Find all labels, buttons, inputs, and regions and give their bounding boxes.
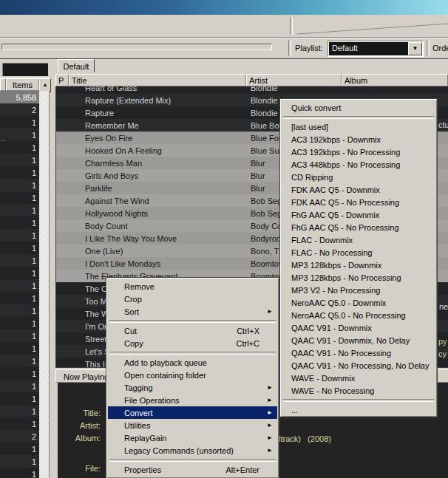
menu-item-qaac-v91-no-processing-no-delay[interactable]: QAAC V91 - No Processing, No Delay [282,359,435,372]
library-row[interactable]: 1 [0,191,39,204]
menu-item-utilities[interactable]: Utilities► [108,419,277,431]
menu-item-qaac-v91-downmix-no-delay[interactable]: QAAC V91 - Downmix, No Delay [282,334,435,346]
volume-slider-line[interactable] [0,15,448,36]
library-row[interactable]: 1 [0,417,39,430]
menu-item-convert[interactable]: Convert► [108,406,277,419]
playlist-column-header-artist[interactable]: Artist [246,74,342,86]
menu-item-label: Utilities [124,421,150,430]
library-row[interactable]: 1 [0,267,39,279]
library-row[interactable]: 1 [0,229,39,242]
library-row[interactable]: 1 [0,355,39,367]
seekbar[interactable] [1,44,272,50]
menu-item-neroaac-q5-0-no-processing[interactable]: NeroAAC Q5.0 - No Processing [282,309,435,321]
menu-item-label: [last used] [291,123,328,132]
library-row[interactable]: 1 [0,392,39,405]
library-items-column-header[interactable]: Items [6,78,39,91]
menu-item-fhg-aac-q5-downmix[interactable]: FhG AAC Q5 - Downmix [282,208,435,221]
window-titlebar[interactable] [0,0,448,15]
menu-item-cd-ripping[interactable]: CD Ripping [282,171,435,183]
submenu-arrow-icon: ► [267,434,273,441]
menu-item-sort[interactable]: Sort► [108,305,277,318]
menu-item-qaac-v91-no-processing[interactable]: QAAC V91 - No Processing [282,346,435,359]
context-menu: RemoveCropSort►CutCtrl+XCopyCtrl+CAdd to… [106,277,279,478]
menu-item-label: Cut [124,327,137,335]
menu-item-wave-downmix[interactable]: WAVE - Downmix [282,372,435,384]
menu-item-add-to-playback-queue[interactable]: Add to playback queue [108,356,277,369]
menu-item-mp3-128kbps-no-processing[interactable]: MP3 128kbps - No Processing [282,271,435,284]
library-row[interactable]: 1 [0,242,39,254]
menu-item-mp3-v2-no-processing[interactable]: MP3 V2 - No Processing [282,284,435,296]
menu-item-ac3-448kbps-no-processing[interactable]: AC3 448kbps - No Processing [282,158,435,171]
menu-item-qaac-v91-downmix[interactable]: QAAC V91 - Downmix [282,321,435,334]
library-row[interactable]: 1 [0,443,39,455]
playlist-track-row[interactable]: Heart of GlassBlondie [56,86,448,94]
menu-item-crop[interactable]: Crop [108,293,277,305]
menu-item-copy[interactable]: CopyCtrl+C [108,337,277,349]
library-row[interactable]: 1 [0,304,39,317]
library-row[interactable]: 1 [0,292,39,304]
library-name-column-header[interactable] [0,78,6,91]
track-p-cell [56,345,69,358]
playlist-column-header-p[interactable]: P [55,74,69,86]
library-row[interactable]: 1 [0,279,39,292]
menu-item-replaygain[interactable]: ReplayGain► [108,431,277,444]
chevron-down-icon[interactable]: ▼ [408,42,422,55]
library-row[interactable]: 1 [0,317,39,330]
playlist-combobox-value[interactable]: Default [329,42,410,55]
library-filter-box[interactable] [0,61,50,78]
playlist-combobox[interactable]: Default ▼ [327,41,424,57]
menu-item-last-used[interactable]: [last used] [282,120,435,133]
menu-item-ac3-192kbps-no-processing[interactable]: AC3 192kbps - No Processing [282,146,435,158]
playlist-column-header-title[interactable]: Title [69,74,246,86]
menu-item-label: AC3 192kbps - No Processing [291,148,400,157]
library-row[interactable]: 1 [0,342,39,355]
library-scrollbar[interactable] [39,91,50,478]
menu-item-remove[interactable]: Remove [108,280,277,293]
menu-item-cut[interactable]: CutCtrl+X [108,324,277,337]
library-row[interactable]: 1 [0,216,39,229]
menu-item-properties[interactable]: PropertiesAlt+Enter [108,463,277,476]
menu-item-tagging[interactable]: Tagging► [108,381,277,394]
library-row[interactable]: 1 [0,254,39,267]
menu-item-flac-no-processing[interactable]: FLAC - No Processing [282,246,435,259]
library-row[interactable]: 1 [0,154,39,166]
library-row[interactable]: 1 [0,166,39,179]
menu-item-legacy-commands-unsorted[interactable]: Legacy Commands (unsorted)► [108,444,277,457]
menu-item-file-operations[interactable]: File Operations► [108,394,277,406]
menu-item-wave-no-processing[interactable]: WAVE - No Processing [282,384,435,397]
library-filter-input[interactable] [2,63,48,76]
library-row[interactable]: 1 [0,380,39,392]
track-p-cell [56,106,69,119]
library-row[interactable]: 1 [0,116,39,129]
library-row[interactable]: 1 [0,330,39,342]
menu-item-mp3-128kbps-downmix[interactable]: MP3 128kbps - Downmix [282,259,435,271]
library-row[interactable]: 1 [0,367,39,380]
menu-item-quick-convert[interactable]: Quick convert [282,101,435,114]
menu-item-flac-downmix[interactable]: FLAC - Downmix [282,233,435,246]
menu-item-fdk-aac-q5-no-processing[interactable]: FDK AAC Q5 - No Processing [282,196,435,208]
playlist-column-header-album[interactable]: Album [342,74,448,86]
library-row[interactable]: 1 [0,468,39,478]
library-row[interactable]: 1 [0,141,39,154]
menu-item-fdk-aac-q5-downmix[interactable]: FDK AAC Q5 - Downmix [282,183,435,196]
library-row[interactable]: 1 [0,405,39,417]
menu-item-ac3-192kbps-downmix[interactable]: AC3 192kbps - Downmix [282,133,435,146]
library-row[interactable]: 2 [0,430,39,443]
library-row[interactable]: 1 [0,179,39,191]
library-row[interactable]: 1 [0,204,39,216]
menu-item-fhg-aac-q5-no-processing[interactable]: FhG AAC Q5 - No Processing [282,221,435,233]
toolbar-band-separator [427,40,430,56]
menu-item-label: Sort [124,307,139,316]
app-window: Playlist: Default ▼ Order Items ▲ 5,8582… [0,0,448,478]
track-p-cell [56,219,69,232]
library-row[interactable]: 1 [0,455,39,468]
tab-default-playlist[interactable]: Default [58,59,95,72]
library-row[interactable]: 5,858 [0,91,39,103]
library-row[interactable]: 2 [0,103,39,116]
menu-item-neroaac-q5-0-downmix[interactable]: NeroAAC Q5.0 - Downmix [282,296,435,309]
library-row[interactable]: 1 [0,129,39,141]
menu-item-open-containing-folder[interactable]: Open containing folder [108,369,277,381]
menu-item-label: AC3 448kbps - No Processing [291,160,400,169]
menu-item-[interactable]: ... [282,403,435,416]
menu-item-label: ... [291,406,298,414]
